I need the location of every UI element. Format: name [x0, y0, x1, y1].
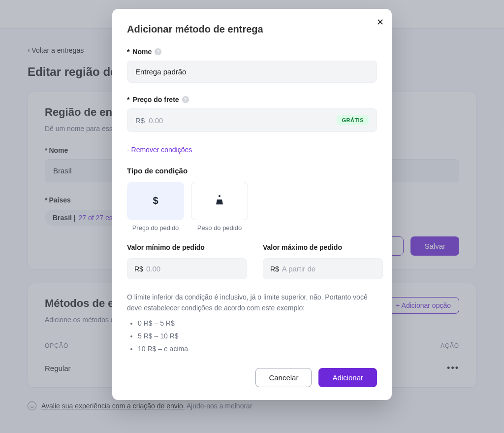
free-badge: GRÁTIS	[337, 115, 369, 125]
modal-name-label: *Nome ?	[127, 48, 377, 56]
currency-prefix: R$	[134, 265, 143, 273]
currency-prefix: R$	[270, 265, 279, 273]
min-field[interactable]: R$	[127, 258, 247, 279]
modal-overlay: ✕ Adicionar método de entrega *Nome ? *P…	[0, 0, 504, 433]
add-shipping-method-modal: ✕ Adicionar método de entrega *Nome ? *P…	[112, 9, 392, 400]
max-field[interactable]: R$	[263, 258, 383, 279]
condition-price-option[interactable]: $	[127, 182, 184, 220]
submit-button[interactable]: Adicionar	[318, 368, 377, 387]
min-label: Valor mínimo de pedido	[127, 243, 247, 251]
help-icon[interactable]: ?	[155, 48, 161, 55]
max-input[interactable]	[282, 265, 376, 273]
modal-price-input[interactable]	[149, 116, 333, 125]
svg-text:$: $	[153, 195, 158, 206]
list-item: 10 R$ – e acima	[138, 344, 377, 355]
dollar-icon: $	[150, 195, 161, 207]
condition-weight-option[interactable]	[191, 182, 248, 220]
close-icon[interactable]: ✕	[377, 17, 384, 28]
modal-title: Adicionar método de entrega	[127, 24, 377, 35]
condition-title: Tipo de condição	[127, 167, 377, 175]
modal-name-input[interactable]	[135, 67, 369, 76]
condition-price-caption: Preço do pedido	[127, 224, 184, 232]
condition-explain: O limite inferior da condição é inclusiv…	[127, 292, 377, 354]
min-input[interactable]	[146, 265, 240, 273]
modal-price-field[interactable]: R$ GRÁTIS	[127, 108, 377, 132]
modal-name-field[interactable]	[127, 61, 377, 83]
weight-icon	[214, 195, 225, 207]
max-label: Valor máximo de pedido	[263, 243, 383, 251]
list-item: 0 R$ – 5 R$	[138, 318, 377, 329]
condition-weight-caption: Peso do pedido	[191, 224, 248, 232]
currency-prefix: R$	[135, 116, 145, 125]
cancel-button[interactable]: Cancelar	[255, 368, 312, 387]
help-icon[interactable]: ?	[182, 96, 189, 103]
remove-conditions-link[interactable]: - Remover condições	[127, 146, 377, 154]
list-item: 5 R$ – 10 R$	[138, 331, 377, 342]
modal-price-label: *Preço do frete ?	[127, 96, 377, 103]
